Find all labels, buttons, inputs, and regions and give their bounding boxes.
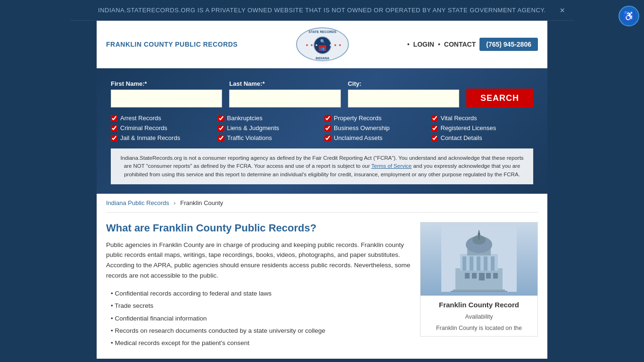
svg-text:★: ★ — [329, 43, 332, 47]
svg-rect-32 — [493, 273, 498, 279]
checkbox-item: Bankruptcies — [218, 115, 320, 122]
checkbox-item: Business Ownership — [324, 124, 427, 132]
svg-text:★: ★ — [305, 43, 308, 47]
checkbox-contact-details[interactable] — [431, 135, 438, 141]
county-title: FRANKLIN COUNTY PUBLIC RECORDS — [106, 41, 238, 48]
record-card-subtext: Franklin County is located on the — [421, 325, 537, 336]
checkbox-grid: Arrest RecordsBankruptciesProperty Recor… — [111, 115, 533, 141]
checkbox-item: Traffic Violations — [218, 134, 320, 141]
svg-rect-18 — [477, 256, 480, 271]
banner-close-button[interactable]: × — [560, 5, 565, 15]
checkbox-item: Property Records — [324, 115, 427, 122]
checkbox-item: Criminal Records — [111, 124, 213, 132]
list-item: Medical records except for the patient's… — [111, 337, 411, 349]
svg-text:★: ★ — [315, 43, 318, 47]
breadcrumb-current: Franklin County — [180, 199, 223, 206]
body-section: What are Franklin County Public Records?… — [106, 213, 538, 359]
last-name-group: Last Name:* — [229, 80, 340, 107]
checkbox-label: Liens & Judgments — [227, 124, 280, 132]
svg-rect-29 — [472, 273, 477, 279]
checkbox-criminal-records[interactable] — [111, 125, 117, 132]
checkbox-label: Traffic Violations — [227, 134, 272, 141]
nav-dot-1: • — [407, 41, 410, 48]
checkbox-property-records[interactable] — [324, 115, 331, 122]
record-card-subtitle: Availability — [421, 313, 537, 325]
list-item: Confidential financial information — [111, 313, 411, 325]
checkbox-label: Contact Details — [441, 134, 482, 141]
logo-svg: STATE RECORDS INDIANA 🔍 👥 ★ ★ ★ ★ ★ ★ — [294, 25, 351, 63]
site-header: FRANKLIN COUNTY PUBLIC RECORDS STATE REC… — [97, 21, 547, 68]
city-input[interactable] — [348, 90, 459, 107]
accessibility-icon: ♿ — [623, 10, 635, 22]
checkbox-jail-&-inmate-records[interactable] — [111, 135, 117, 141]
svg-rect-28 — [465, 273, 470, 279]
record-card-title: Franklin County Record — [421, 296, 537, 313]
breadcrumb-link[interactable]: Indiana Public Records — [106, 199, 169, 206]
record-card-image — [421, 222, 537, 296]
checkbox-item: Unclaimed Assets — [324, 134, 427, 141]
checkbox-business-ownership[interactable] — [324, 125, 331, 132]
checkbox-vital-records[interactable] — [431, 115, 438, 122]
checkbox-liens-&-judgments[interactable] — [218, 125, 224, 132]
main-paragraph: Public agencies in Franklin County are i… — [106, 240, 411, 280]
checkbox-item: Liens & Judgments — [218, 124, 320, 132]
checkbox-unclaimed-assets[interactable] — [324, 135, 331, 141]
phone-number[interactable]: (765) 945-2806 — [479, 38, 538, 51]
content-inner: Indiana Public Records › Franklin County… — [97, 194, 547, 359]
svg-text:🔍: 🔍 — [320, 39, 325, 44]
checkbox-label: Business Ownership — [334, 124, 390, 132]
main-list: Confidential records according to federa… — [106, 288, 411, 349]
svg-rect-27 — [451, 291, 507, 292]
site-logo: STATE RECORDS INDIANA 🔍 👥 ★ ★ ★ ★ ★ ★ — [294, 25, 351, 63]
accessibility-button[interactable]: ♿ — [619, 6, 639, 26]
checkbox-item: Arrest Records — [111, 115, 213, 122]
list-item: Trade secrets — [111, 300, 411, 312]
contact-link[interactable]: CONTACT — [444, 41, 476, 48]
svg-rect-20 — [491, 256, 495, 271]
banner-message: INDIANA.STATERECORDS.ORG IS A PRIVATELY … — [98, 7, 546, 14]
svg-text:★: ★ — [310, 43, 313, 47]
disclaimer: Indiana.StateRecords.org is not a consum… — [111, 148, 533, 184]
list-item: Confidential records according to federa… — [111, 288, 411, 300]
svg-rect-17 — [470, 256, 473, 271]
svg-rect-31 — [486, 273, 491, 279]
svg-text:STATE RECORDS: STATE RECORDS — [309, 30, 337, 33]
checkbox-label: Arrest Records — [120, 115, 161, 122]
first-name-input[interactable] — [111, 90, 222, 107]
checkbox-item: Jail & Inmate Records — [111, 134, 213, 141]
svg-rect-16 — [462, 256, 466, 271]
checkbox-traffic-violations[interactable] — [218, 135, 224, 141]
checkbox-label: Bankruptcies — [227, 115, 263, 122]
search-button[interactable]: SEARCH — [466, 89, 533, 107]
banner-text: INDIANA.STATERECORDS.ORG IS A PRIVATELY … — [70, 0, 574, 21]
breadcrumb: Indiana Public Records › Franklin County — [106, 194, 538, 213]
breadcrumb-separator: › — [173, 199, 175, 206]
checkbox-bankruptcies[interactable] — [218, 115, 224, 122]
svg-text:👥: 👥 — [320, 46, 325, 51]
header-nav: • LOGIN • CONTACT (765) 945-2806 — [407, 38, 538, 51]
checkbox-label: Registered Licenses — [441, 124, 496, 132]
checkbox-item: Registered Licenses — [431, 124, 534, 132]
last-name-input[interactable] — [229, 90, 340, 107]
last-name-label: Last Name:* — [229, 80, 340, 87]
svg-text:★: ★ — [339, 43, 341, 47]
checkbox-item: Contact Details — [431, 134, 534, 141]
checkbox-item: Vital Records — [431, 115, 534, 122]
first-name-group: First Name:* — [111, 80, 222, 107]
checkbox-label: Vital Records — [441, 115, 477, 122]
checkbox-arrest-records[interactable] — [111, 115, 117, 122]
tos-link[interactable]: Terms of Service — [372, 163, 412, 169]
checkbox-label: Criminal Records — [120, 124, 167, 132]
svg-rect-19 — [484, 256, 487, 271]
list-item: Records on research documents conducted … — [111, 325, 411, 337]
checkbox-label: Property Records — [334, 115, 381, 122]
city-label: City: — [348, 80, 459, 87]
svg-text:INDIANA: INDIANA — [315, 57, 329, 60]
first-name-label: First Name:* — [111, 80, 222, 87]
nav-dot-2: • — [438, 41, 440, 48]
building-illustration — [441, 226, 517, 292]
city-group: City: — [348, 80, 459, 107]
login-link[interactable]: LOGIN — [413, 41, 434, 48]
svg-rect-30 — [479, 273, 485, 280]
checkbox-registered-licenses[interactable] — [431, 125, 438, 132]
